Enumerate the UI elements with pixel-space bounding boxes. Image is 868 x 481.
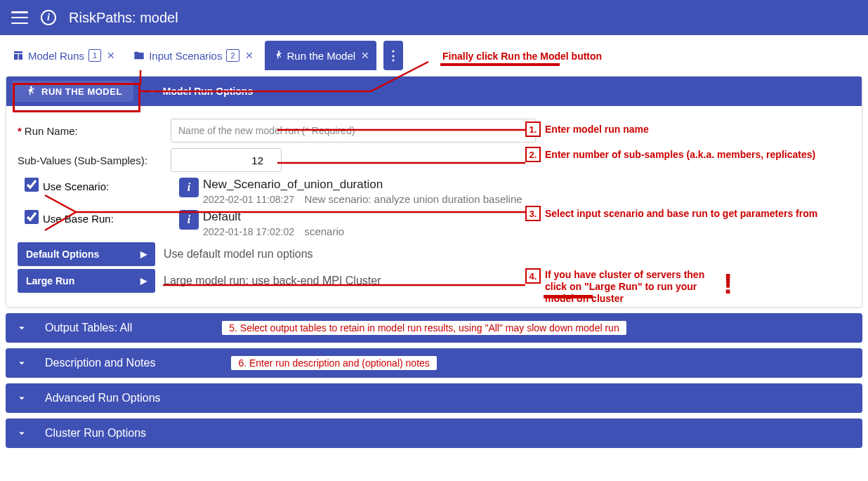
table-icon [13,50,24,61]
accordion-label: Cluster Run Options [45,427,146,440]
close-icon[interactable]: ✕ [361,50,369,61]
info-icon[interactable]: i [41,10,56,25]
default-options-button[interactable]: Default Options ▶ [18,242,155,266]
use-scenario-label: Use Scenario: [39,178,179,192]
chevron-up-icon [147,86,157,96]
model-run-options-toggle[interactable]: Model Run Options [147,86,253,97]
chevron-down-icon [15,357,28,369]
scenario-timestamp: 2022-02-01 11:08:27 [203,194,294,205]
options-toggle-label: Model Run Options [163,86,253,97]
default-options-description: Use default model run options [164,248,313,261]
running-man-icon [272,50,283,61]
tab-overflow-menu[interactable]: ⋮ [383,41,403,70]
accordion-label: Advanced Run Options [45,392,161,404]
use-base-run-label: Use Base Run: [39,210,179,225]
base-run-timestamp: 2022-01-18 17:02:02 [203,226,294,237]
accordion-label: Description and Notes [45,357,155,369]
svg-point-0 [277,51,280,53]
run-button-label: RUN THE MODEL [41,86,122,97]
run-model-panel: RUN THE MODEL Model Run Options * Run Na… [6,76,862,308]
close-icon[interactable]: ✕ [245,50,254,61]
accordion-description-notes[interactable]: Description and Notes 6. Enter run descr… [6,348,862,378]
tab-input-scenarios[interactable]: Input Scenarios 2 ✕ [126,41,260,70]
required-asterisk: * [18,125,22,137]
scenario-name: New_Scenario_of_union_duration [203,178,522,192]
run-name-input[interactable] [171,119,536,143]
annotation-6: 6. Enter run description and (optional) … [231,356,436,370]
tab-label: Run the Model [287,50,356,62]
scenario-info-button[interactable]: i [179,178,199,197]
scenario-description: New scenario: analyze union duration bas… [304,193,522,205]
close-icon[interactable]: ✕ [107,50,115,61]
accordion-cluster-options[interactable]: Cluster Run Options [6,419,862,448]
sub-values-label: Sub-Values (Sub-Samples): [18,154,165,166]
chevron-right-icon: ▶ [140,249,147,259]
accordion-label: Output Tables: All [45,322,132,334]
tab-run-the-model[interactable]: Run the Model ✕ [265,41,377,70]
chevron-down-icon [15,427,28,440]
accordion-advanced-options[interactable]: Advanced Run Options [6,383,862,413]
accordion-output-tables[interactable]: Output Tables: All 5. Select output tabl… [6,313,862,343]
page-title: RiskPaths: model [69,10,178,26]
action-bar: RUN THE MODEL Model Run Options [6,77,862,106]
base-run-info-button[interactable]: i [179,210,199,230]
base-run-description: scenario [304,225,344,237]
tab-label: Input Scenarios [149,50,222,62]
run-the-model-button[interactable]: RUN THE MODEL [12,81,133,102]
folder-icon [133,50,145,61]
tab-badge: 1 [88,49,101,62]
run-name-label: * Run Name: [18,125,165,137]
sub-values-input[interactable] [171,148,282,172]
base-run-name: Default [203,210,344,224]
chevron-down-icon [15,322,28,334]
tab-strip: Model Runs 1 ✕ Input Scenarios 2 ✕ Run t… [0,41,868,70]
tab-badge: 2 [226,49,239,62]
chevron-right-icon: ▶ [140,276,147,286]
large-run-button[interactable]: Large Run ▶ [18,269,155,293]
hamburger-menu[interactable] [11,11,28,24]
running-man-icon [23,85,36,98]
tab-label: Model Runs [28,50,84,62]
use-base-run-checkbox[interactable] [25,210,39,224]
large-run-description: Large model run: use back-end MPI Cluste… [164,275,381,287]
chevron-down-icon [15,392,28,404]
annotation-5: 5. Select output tables to retain in mod… [222,321,626,335]
tab-model-runs[interactable]: Model Runs 1 ✕ [6,41,122,70]
use-scenario-checkbox[interactable] [25,178,39,192]
svg-point-1 [30,86,32,88]
